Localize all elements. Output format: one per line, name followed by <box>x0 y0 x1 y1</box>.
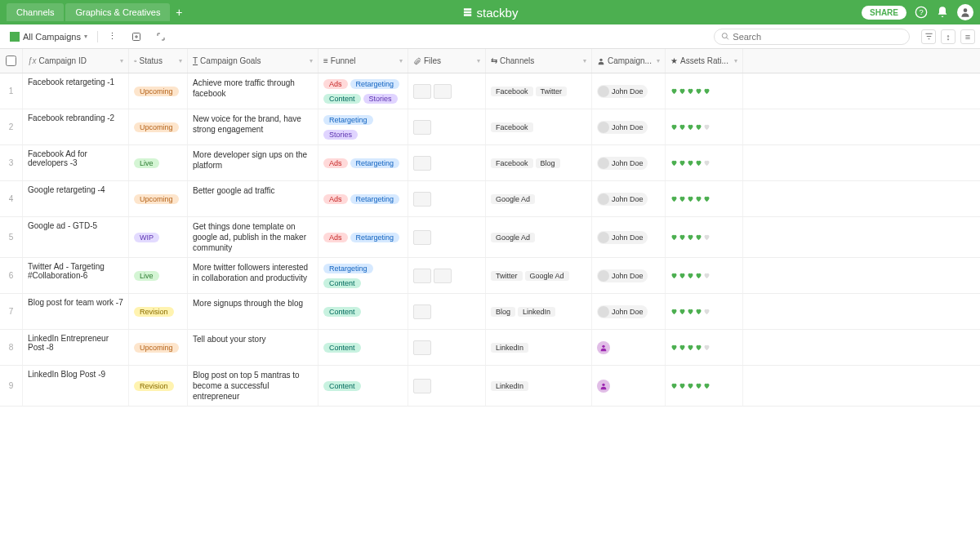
cell-campaign-id[interactable]: Facebook rebranding -2 <box>23 109 129 144</box>
cell-rating[interactable] <box>666 181 743 216</box>
rating-hearts[interactable] <box>670 159 710 167</box>
row-number[interactable]: 3 <box>0 145 23 180</box>
cell-funnel[interactable]: RetargetingStories <box>318 109 408 144</box>
cell-status[interactable]: Live <box>129 258 188 293</box>
owner-chip[interactable]: John Doe <box>597 193 648 206</box>
rating-hearts[interactable] <box>670 195 710 202</box>
view-selector[interactable]: All Campaigns ▾ <box>5 29 92 44</box>
search-input[interactable] <box>733 32 902 42</box>
table-row[interactable]: 5Google ad - GTD-5WIPGet things done tem… <box>0 217 980 258</box>
file-thumbnail[interactable] <box>413 84 431 99</box>
filter-icon[interactable] <box>921 29 936 44</box>
col-status[interactable]: ◦Status ▾ <box>129 49 188 73</box>
owner-chip[interactable]: John Doe <box>597 269 648 282</box>
row-number[interactable]: 7 <box>0 294 23 329</box>
rating-hearts[interactable] <box>670 382 710 389</box>
cell-owner[interactable]: John Doe <box>592 181 666 216</box>
table-row[interactable]: 1Facebook retargeting -1UpcomingAchieve … <box>0 73 980 109</box>
cell-files[interactable] <box>408 73 486 109</box>
view-menu[interactable]: ⋮ <box>103 29 122 44</box>
cell-files[interactable] <box>408 330 486 365</box>
cell-files[interactable] <box>408 217 486 257</box>
cell-funnel[interactable]: AdsRetargetingContentStories <box>318 73 408 109</box>
cell-owner[interactable]: John Doe <box>592 217 666 257</box>
cell-files[interactable] <box>408 109 486 144</box>
cell-rating[interactable] <box>666 73 743 109</box>
cell-channels[interactable]: Facebook <box>486 109 592 144</box>
col-campaign-id[interactable]: ƒx Campaign ID ▾ <box>23 49 129 73</box>
cell-campaign-id[interactable]: Blog post for team work -7 <box>23 294 129 329</box>
cell-status[interactable]: Upcoming <box>129 330 188 365</box>
cell-rating[interactable] <box>666 258 743 293</box>
cell-funnel[interactable]: Content <box>318 366 408 406</box>
row-height-icon[interactable]: ≡ <box>960 29 975 44</box>
channel-chip[interactable]: LinkedIn <box>518 307 555 317</box>
cell-funnel[interactable]: Content <box>318 330 408 365</box>
cell-owner[interactable]: John Doe <box>592 294 666 329</box>
row-number[interactable]: 1 <box>0 73 23 109</box>
cell-channels[interactable]: LinkedIn <box>486 330 592 365</box>
col-goals[interactable]: TCampaign Goals ▾ <box>188 49 318 73</box>
cell-goals[interactable]: Tell about your story <box>188 330 318 365</box>
file-thumbnail[interactable] <box>434 269 452 283</box>
cell-files[interactable] <box>408 181 486 216</box>
tab-graphics[interactable]: Graphics & Creatives <box>65 3 170 21</box>
cell-funnel[interactable]: Content <box>318 294 408 329</box>
expand-record-icon[interactable] <box>151 29 171 44</box>
cell-campaign-id[interactable]: Google ad - GTD-5 <box>23 217 129 257</box>
cell-channels[interactable]: BlogLinkedIn <box>486 294 592 329</box>
cell-goals[interactable]: Better google ad traffic <box>188 181 318 216</box>
channel-chip[interactable]: LinkedIn <box>491 381 528 391</box>
rating-hearts[interactable] <box>670 344 710 351</box>
cell-campaign-id[interactable]: Facebook retargeting -1 <box>23 73 129 109</box>
cell-owner[interactable]: John Doe <box>592 73 666 109</box>
file-thumbnail[interactable] <box>413 192 431 207</box>
rating-hearts[interactable] <box>670 87 710 95</box>
channel-chip[interactable]: Twitter <box>536 87 568 96</box>
select-all-checkbox[interactable] <box>6 56 16 66</box>
row-number[interactable]: 4 <box>0 181 23 216</box>
cell-status[interactable]: Live <box>129 145 188 180</box>
cell-status[interactable]: Revision <box>129 294 188 329</box>
cell-status[interactable]: Upcoming <box>129 73 188 109</box>
cell-files[interactable] <box>408 145 486 180</box>
table-row[interactable]: 8LinkedIn Entrepreneur Post -8UpcomingTe… <box>0 330 980 366</box>
channel-chip[interactable]: LinkedIn <box>491 343 528 353</box>
cell-files[interactable] <box>408 294 486 329</box>
cell-rating[interactable] <box>666 109 743 144</box>
row-number[interactable]: 5 <box>0 217 23 257</box>
cell-owner[interactable] <box>592 366 666 406</box>
channel-chip[interactable]: Blog <box>536 158 560 168</box>
cell-owner[interactable]: John Doe <box>592 109 666 144</box>
cell-funnel[interactable]: RetargetingContent <box>318 258 408 293</box>
user-avatar[interactable] <box>957 4 973 20</box>
row-number[interactable]: 9 <box>0 366 23 406</box>
cell-campaign-id[interactable]: Twitter Ad - Targeting #Collaboration-6 <box>23 258 129 293</box>
cell-goals[interactable]: More developer sign ups on the platform <box>188 145 318 180</box>
cell-campaign-id[interactable]: Google retargeting -4 <box>23 181 129 216</box>
share-button[interactable]: SHARE <box>862 6 906 20</box>
owner-chip[interactable]: John Doe <box>597 85 648 98</box>
search-box[interactable] <box>714 29 910 45</box>
add-tab-button[interactable]: + <box>172 5 186 20</box>
file-thumbnail[interactable] <box>413 340 431 355</box>
cell-rating[interactable] <box>666 217 743 257</box>
rating-hearts[interactable] <box>670 308 710 315</box>
channel-chip[interactable]: Google Ad <box>491 194 535 204</box>
channel-chip[interactable]: Facebook <box>491 158 533 168</box>
cell-rating[interactable] <box>666 330 743 365</box>
col-owner[interactable]: Campaign... ▾ <box>592 49 666 73</box>
cell-campaign-id[interactable]: LinkedIn Entrepreneur Post -8 <box>23 330 129 365</box>
cell-goals[interactable]: Blog post on top 5 mantras to become a s… <box>188 366 318 406</box>
file-thumbnail[interactable] <box>413 269 431 283</box>
col-rating[interactable]: ★Assets Rati... ▾ <box>666 49 743 73</box>
table-row[interactable]: 6Twitter Ad - Targeting #Collaboration-6… <box>0 258 980 294</box>
cell-status[interactable]: Upcoming <box>129 109 188 144</box>
cell-campaign-id[interactable]: Facebook Ad for developers -3 <box>23 145 129 180</box>
cell-funnel[interactable]: AdsRetargeting <box>318 181 408 216</box>
cell-files[interactable] <box>408 258 486 293</box>
file-thumbnail[interactable] <box>413 156 431 171</box>
rating-hearts[interactable] <box>670 123 710 131</box>
tab-channels[interactable]: Channels <box>7 3 64 21</box>
table-row[interactable]: 4Google retargeting -4UpcomingBetter goo… <box>0 181 980 217</box>
